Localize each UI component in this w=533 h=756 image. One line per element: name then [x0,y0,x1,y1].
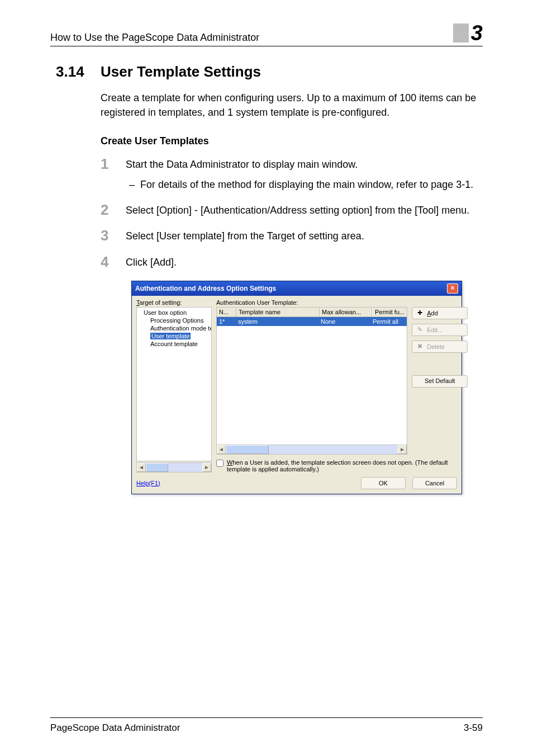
steps-list: Start the Data Administrator to display … [101,157,483,269]
step-item: Select [Option] - [Authentication/Addres… [101,203,483,218]
delete-icon: ✖ [416,343,423,350]
step-item: Click [Add]. [101,255,483,270]
running-title: How to Use the PageScope Data Administra… [50,32,259,44]
step-item: Start the Data Administrator to display … [101,157,483,192]
set-default-label: Set Default [425,377,455,384]
step-item: Select [User template] from the Target o… [101,229,483,243]
template-grid[interactable]: N... Template name Max allowan... Permit… [216,307,407,455]
scroll-left-icon[interactable]: ◄ [217,445,226,454]
scroll-track[interactable] [146,463,202,472]
step-text: Click [Add]. [126,257,177,268]
footer-right: 3-59 [464,722,483,734]
dialog-window: Authentication and Address Option Settin… [131,281,462,494]
add-label: Add [427,310,438,316]
close-icon[interactable]: × [447,284,458,294]
grid-col[interactable]: Template name [236,308,320,316]
dialog-title: Authentication and Address Option Settin… [135,285,276,292]
screenshot-container: Authentication and Address Option Settin… [131,281,483,494]
page-header: How to Use the PageScope Data Administra… [50,22,483,46]
scroll-track[interactable] [226,445,398,454]
step-text: Select [User template] from the Target o… [126,230,364,242]
edit-button[interactable]: ✎ Edit... [412,324,468,336]
delete-label: Delete [427,343,445,350]
scroll-left-icon[interactable]: ◄ [137,463,146,472]
tree-item-selected[interactable]: User template [138,332,211,340]
add-icon: ✚ [416,309,423,316]
scroll-thumb[interactable] [146,463,168,472]
ok-button[interactable]: OK [361,477,406,489]
dash-icon: – [129,177,140,192]
page-footer: PageScope Data Administrator 3-59 [50,717,483,734]
help-link[interactable]: Help(F1) [136,480,160,486]
chapter-number: 3 [471,22,483,44]
checkbox-label: When a User is added, the template selec… [227,459,468,472]
scroll-right-icon[interactable]: ► [398,445,407,454]
target-of-setting-label: Target of setting: [136,299,212,306]
tree-item[interactable]: User box option [138,309,211,316]
tree-h-scrollbar[interactable]: ◄ ► [136,462,212,472]
grid-col[interactable]: N... [217,308,236,316]
section-number: 3.14 [50,63,101,81]
cell: 1* [217,317,236,326]
grid-header[interactable]: N... Template name Max allowan... Permit… [217,308,407,317]
cell: system [236,317,318,326]
footer-left: PageScope Data Administrator [50,722,180,734]
section-title: User Template Settings [101,63,261,81]
set-default-button[interactable]: Set Default [412,375,468,388]
scroll-thumb[interactable] [226,445,269,454]
chapter-bar [453,23,469,42]
tree-view[interactable]: User box option Processing Options Authe… [136,307,212,461]
subheading: Create User Templates [101,135,483,147]
tree-item[interactable]: Authentication mode tem [138,324,211,332]
sub-bullet: – For details of the method for displayi… [126,177,483,192]
step-text: Select [Option] - [Authentication/Addres… [126,205,469,216]
chapter-badge: 3 [453,22,483,44]
auto-template-checkbox[interactable] [216,460,223,467]
cell: None [318,317,370,326]
delete-button[interactable]: ✖ Delete [412,341,468,353]
tree-item[interactable]: Processing Options [138,316,211,324]
section-heading: 3.14 User Template Settings [50,63,483,81]
auth-template-label: Authentication User Template: [216,299,468,306]
cancel-button[interactable]: Cancel [412,477,457,489]
grid-h-scrollbar[interactable]: ◄ ► [217,445,407,454]
grid-col[interactable]: Max allowan... [320,308,372,316]
section-intro: Create a template for when configuring u… [101,91,477,120]
table-row[interactable]: 1* system None Permit all [217,317,407,326]
step-text: Start the Data Administrator to display … [126,159,358,170]
tree-item[interactable]: Account template [138,340,211,348]
grid-col[interactable]: Permit fu... [372,308,407,316]
edit-label: Edit... [427,327,442,333]
scroll-right-icon[interactable]: ► [202,463,211,472]
add-button[interactable]: ✚ Add [412,307,468,319]
edit-icon: ✎ [416,326,423,333]
dialog-titlebar[interactable]: Authentication and Address Option Settin… [132,281,461,296]
cell: Permit all [370,317,407,326]
sub-bullet-text: For details of the method for displaying… [140,177,473,192]
